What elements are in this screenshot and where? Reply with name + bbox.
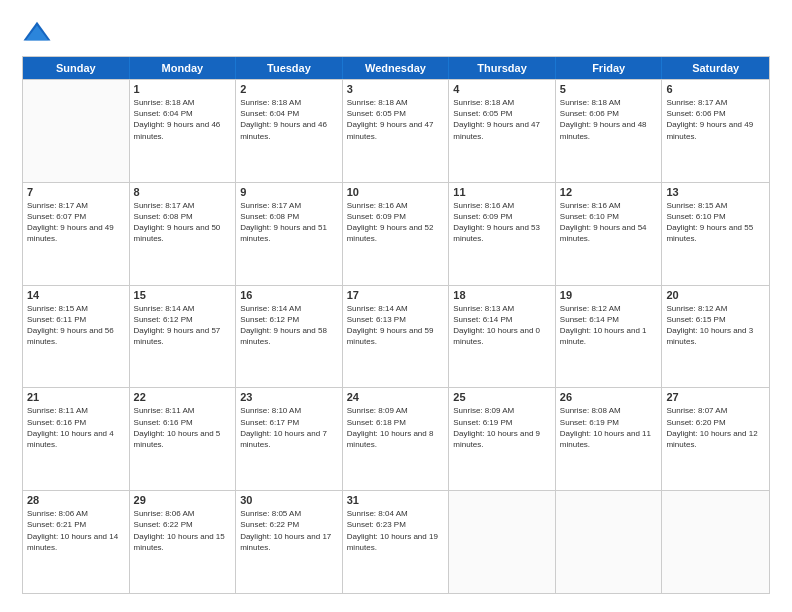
calendar-cell: 18Sunrise: 8:13 AMSunset: 6:14 PMDayligh… xyxy=(449,286,556,388)
calendar-cell: 31Sunrise: 8:04 AMSunset: 6:23 PMDayligh… xyxy=(343,491,450,593)
cell-sun-info: Sunrise: 8:07 AMSunset: 6:20 PMDaylight:… xyxy=(666,405,765,450)
calendar-cell: 29Sunrise: 8:06 AMSunset: 6:22 PMDayligh… xyxy=(130,491,237,593)
day-number: 4 xyxy=(453,83,551,95)
calendar-week-1: 1Sunrise: 8:18 AMSunset: 6:04 PMDaylight… xyxy=(23,79,769,182)
calendar-cell: 23Sunrise: 8:10 AMSunset: 6:17 PMDayligh… xyxy=(236,388,343,490)
cell-sun-info: Sunrise: 8:14 AMSunset: 6:13 PMDaylight:… xyxy=(347,303,445,348)
calendar-cell: 12Sunrise: 8:16 AMSunset: 6:10 PMDayligh… xyxy=(556,183,663,285)
calendar-cell: 9Sunrise: 8:17 AMSunset: 6:08 PMDaylight… xyxy=(236,183,343,285)
calendar: SundayMondayTuesdayWednesdayThursdayFrid… xyxy=(22,56,770,594)
calendar-cell: 10Sunrise: 8:16 AMSunset: 6:09 PMDayligh… xyxy=(343,183,450,285)
calendar-week-2: 7Sunrise: 8:17 AMSunset: 6:07 PMDaylight… xyxy=(23,182,769,285)
cell-sun-info: Sunrise: 8:16 AMSunset: 6:10 PMDaylight:… xyxy=(560,200,658,245)
cell-sun-info: Sunrise: 8:17 AMSunset: 6:08 PMDaylight:… xyxy=(134,200,232,245)
calendar-cell: 27Sunrise: 8:07 AMSunset: 6:20 PMDayligh… xyxy=(662,388,769,490)
cell-sun-info: Sunrise: 8:17 AMSunset: 6:07 PMDaylight:… xyxy=(27,200,125,245)
calendar-cell: 30Sunrise: 8:05 AMSunset: 6:22 PMDayligh… xyxy=(236,491,343,593)
calendar-week-4: 21Sunrise: 8:11 AMSunset: 6:16 PMDayligh… xyxy=(23,387,769,490)
cell-sun-info: Sunrise: 8:06 AMSunset: 6:22 PMDaylight:… xyxy=(134,508,232,553)
day-number: 24 xyxy=(347,391,445,403)
day-number: 10 xyxy=(347,186,445,198)
cell-sun-info: Sunrise: 8:11 AMSunset: 6:16 PMDaylight:… xyxy=(27,405,125,450)
calendar-cell: 3Sunrise: 8:18 AMSunset: 6:05 PMDaylight… xyxy=(343,80,450,182)
day-number: 25 xyxy=(453,391,551,403)
calendar-cell xyxy=(556,491,663,593)
calendar-cell: 13Sunrise: 8:15 AMSunset: 6:10 PMDayligh… xyxy=(662,183,769,285)
day-number: 17 xyxy=(347,289,445,301)
cal-day-header: Friday xyxy=(556,57,663,79)
day-number: 28 xyxy=(27,494,125,506)
cal-day-header: Tuesday xyxy=(236,57,343,79)
day-number: 30 xyxy=(240,494,338,506)
calendar-cell: 26Sunrise: 8:08 AMSunset: 6:19 PMDayligh… xyxy=(556,388,663,490)
cell-sun-info: Sunrise: 8:12 AMSunset: 6:15 PMDaylight:… xyxy=(666,303,765,348)
cell-sun-info: Sunrise: 8:04 AMSunset: 6:23 PMDaylight:… xyxy=(347,508,445,553)
day-number: 8 xyxy=(134,186,232,198)
cell-sun-info: Sunrise: 8:12 AMSunset: 6:14 PMDaylight:… xyxy=(560,303,658,348)
logo-icon xyxy=(22,18,52,48)
cell-sun-info: Sunrise: 8:14 AMSunset: 6:12 PMDaylight:… xyxy=(240,303,338,348)
cell-sun-info: Sunrise: 8:09 AMSunset: 6:19 PMDaylight:… xyxy=(453,405,551,450)
day-number: 11 xyxy=(453,186,551,198)
calendar-cell xyxy=(23,80,130,182)
day-number: 21 xyxy=(27,391,125,403)
cell-sun-info: Sunrise: 8:16 AMSunset: 6:09 PMDaylight:… xyxy=(347,200,445,245)
calendar-cell: 4Sunrise: 8:18 AMSunset: 6:05 PMDaylight… xyxy=(449,80,556,182)
calendar-cell: 14Sunrise: 8:15 AMSunset: 6:11 PMDayligh… xyxy=(23,286,130,388)
cell-sun-info: Sunrise: 8:08 AMSunset: 6:19 PMDaylight:… xyxy=(560,405,658,450)
calendar-cell: 28Sunrise: 8:06 AMSunset: 6:21 PMDayligh… xyxy=(23,491,130,593)
cell-sun-info: Sunrise: 8:17 AMSunset: 6:06 PMDaylight:… xyxy=(666,97,765,142)
calendar-cell: 22Sunrise: 8:11 AMSunset: 6:16 PMDayligh… xyxy=(130,388,237,490)
day-number: 1 xyxy=(134,83,232,95)
calendar-cell: 24Sunrise: 8:09 AMSunset: 6:18 PMDayligh… xyxy=(343,388,450,490)
calendar-cell: 16Sunrise: 8:14 AMSunset: 6:12 PMDayligh… xyxy=(236,286,343,388)
cal-day-header: Thursday xyxy=(449,57,556,79)
calendar-week-5: 28Sunrise: 8:06 AMSunset: 6:21 PMDayligh… xyxy=(23,490,769,593)
day-number: 5 xyxy=(560,83,658,95)
calendar-cell: 11Sunrise: 8:16 AMSunset: 6:09 PMDayligh… xyxy=(449,183,556,285)
cell-sun-info: Sunrise: 8:06 AMSunset: 6:21 PMDaylight:… xyxy=(27,508,125,553)
cell-sun-info: Sunrise: 8:10 AMSunset: 6:17 PMDaylight:… xyxy=(240,405,338,450)
calendar-cell: 1Sunrise: 8:18 AMSunset: 6:04 PMDaylight… xyxy=(130,80,237,182)
cell-sun-info: Sunrise: 8:11 AMSunset: 6:16 PMDaylight:… xyxy=(134,405,232,450)
calendar-cell: 8Sunrise: 8:17 AMSunset: 6:08 PMDaylight… xyxy=(130,183,237,285)
cell-sun-info: Sunrise: 8:18 AMSunset: 6:06 PMDaylight:… xyxy=(560,97,658,142)
day-number: 31 xyxy=(347,494,445,506)
day-number: 14 xyxy=(27,289,125,301)
cell-sun-info: Sunrise: 8:15 AMSunset: 6:11 PMDaylight:… xyxy=(27,303,125,348)
cal-day-header: Wednesday xyxy=(343,57,450,79)
day-number: 23 xyxy=(240,391,338,403)
calendar-cell xyxy=(662,491,769,593)
cell-sun-info: Sunrise: 8:18 AMSunset: 6:04 PMDaylight:… xyxy=(240,97,338,142)
day-number: 26 xyxy=(560,391,658,403)
calendar-body: 1Sunrise: 8:18 AMSunset: 6:04 PMDaylight… xyxy=(23,79,769,593)
day-number: 27 xyxy=(666,391,765,403)
cell-sun-info: Sunrise: 8:15 AMSunset: 6:10 PMDaylight:… xyxy=(666,200,765,245)
calendar-cell: 19Sunrise: 8:12 AMSunset: 6:14 PMDayligh… xyxy=(556,286,663,388)
logo xyxy=(22,18,56,48)
day-number: 13 xyxy=(666,186,765,198)
calendar-week-3: 14Sunrise: 8:15 AMSunset: 6:11 PMDayligh… xyxy=(23,285,769,388)
calendar-cell xyxy=(449,491,556,593)
day-number: 16 xyxy=(240,289,338,301)
day-number: 12 xyxy=(560,186,658,198)
day-number: 6 xyxy=(666,83,765,95)
calendar-cell: 17Sunrise: 8:14 AMSunset: 6:13 PMDayligh… xyxy=(343,286,450,388)
cell-sun-info: Sunrise: 8:13 AMSunset: 6:14 PMDaylight:… xyxy=(453,303,551,348)
calendar-cell: 25Sunrise: 8:09 AMSunset: 6:19 PMDayligh… xyxy=(449,388,556,490)
day-number: 18 xyxy=(453,289,551,301)
day-number: 9 xyxy=(240,186,338,198)
day-number: 22 xyxy=(134,391,232,403)
calendar-cell: 5Sunrise: 8:18 AMSunset: 6:06 PMDaylight… xyxy=(556,80,663,182)
day-number: 15 xyxy=(134,289,232,301)
cell-sun-info: Sunrise: 8:16 AMSunset: 6:09 PMDaylight:… xyxy=(453,200,551,245)
page-header xyxy=(22,18,770,48)
cell-sun-info: Sunrise: 8:05 AMSunset: 6:22 PMDaylight:… xyxy=(240,508,338,553)
cell-sun-info: Sunrise: 8:18 AMSunset: 6:05 PMDaylight:… xyxy=(347,97,445,142)
cell-sun-info: Sunrise: 8:17 AMSunset: 6:08 PMDaylight:… xyxy=(240,200,338,245)
calendar-cell: 6Sunrise: 8:17 AMSunset: 6:06 PMDaylight… xyxy=(662,80,769,182)
day-number: 19 xyxy=(560,289,658,301)
cal-day-header: Saturday xyxy=(662,57,769,79)
cal-day-header: Sunday xyxy=(23,57,130,79)
day-number: 7 xyxy=(27,186,125,198)
